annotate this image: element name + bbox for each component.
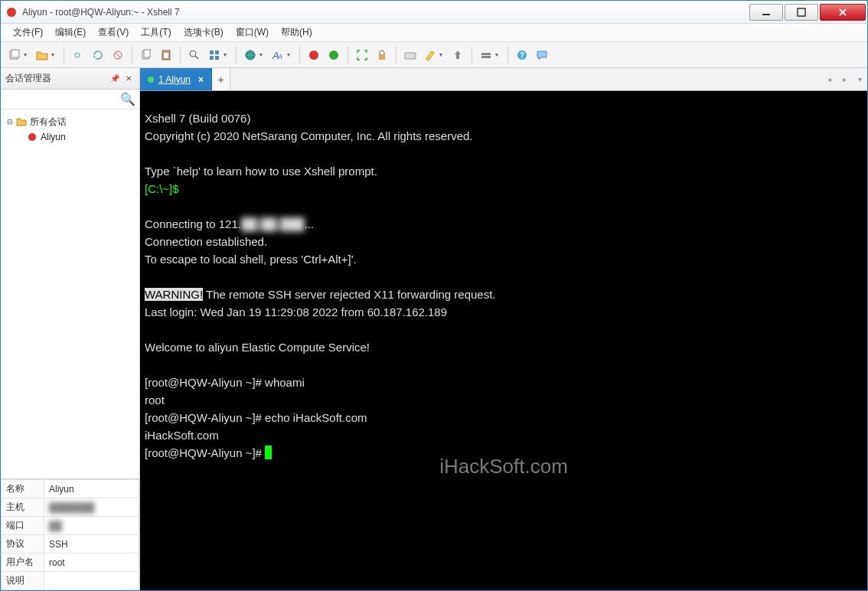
tab-next-icon[interactable]: ▸ <box>837 68 852 90</box>
term-line: iHackSoft.com <box>145 429 219 442</box>
svg-text:?: ? <box>520 51 524 60</box>
svg-point-10 <box>190 51 196 57</box>
session-search[interactable]: 🔍 <box>1 90 139 109</box>
menu-view[interactable]: 查看(V) <box>92 24 135 41</box>
term-line: Connection established. <box>145 235 267 248</box>
svg-rect-14 <box>215 56 219 60</box>
session-manager-header: 会话管理器 📌 ✕ <box>1 68 139 90</box>
prop-protocol-label: 协议 <box>2 535 44 553</box>
term-line: Xshell 7 (Build 0076) <box>145 112 250 125</box>
lock-icon[interactable] <box>373 46 391 64</box>
term-line: root <box>145 393 165 407</box>
open-folder-icon[interactable] <box>33 46 51 64</box>
session-search-input[interactable] <box>5 92 120 107</box>
toolbar: ▾ ▾ ▾ ▾ AA ▾ ▾ ▾ ? <box>1 42 867 68</box>
svg-rect-2 <box>798 8 805 16</box>
font-icon[interactable]: AA <box>269 46 287 64</box>
fullscreen-icon[interactable] <box>353 46 371 64</box>
dropdown-icon[interactable]: ▾ <box>495 51 501 58</box>
minimize-button[interactable] <box>749 4 783 21</box>
menu-edit[interactable]: 编辑(E) <box>49 24 92 41</box>
svg-rect-22 <box>405 53 416 59</box>
term-line: [root@HQW-Aliyun ~]# whoami <box>145 376 305 389</box>
prop-host-value: ███████ <box>44 498 139 517</box>
prop-name-label: 名称 <box>2 480 44 498</box>
tree-root-label: 所有会话 <box>30 116 67 129</box>
help-icon[interactable]: ? <box>513 46 531 64</box>
close-icon[interactable]: ✕ <box>122 73 135 85</box>
svg-rect-1 <box>762 14 770 15</box>
prop-user-value: root <box>44 553 139 572</box>
pin-icon[interactable]: 📌 <box>109 73 121 85</box>
paste-icon[interactable] <box>157 46 175 64</box>
svg-rect-4 <box>11 50 19 57</box>
xagent-icon[interactable] <box>305 46 323 64</box>
add-tab-button[interactable]: + <box>212 68 230 90</box>
tree-root[interactable]: ⊟ 所有会话 <box>4 114 136 129</box>
svg-rect-21 <box>379 54 385 60</box>
menu-window[interactable]: 窗口(W) <box>230 24 275 41</box>
dropdown-icon[interactable]: ▾ <box>224 51 230 58</box>
tab-menu-icon[interactable]: ▾ <box>852 68 867 90</box>
dropdown-icon[interactable]: ▾ <box>51 51 57 58</box>
menubar: 文件(F) 编辑(E) 查看(V) 工具(T) 选项卡(B) 窗口(W) 帮助(… <box>1 24 867 42</box>
term-line: [root@HQW-Aliyun ~]# <box>145 446 272 459</box>
menu-file[interactable]: 文件(F) <box>7 24 49 41</box>
prop-protocol-value: SSH <box>44 535 139 553</box>
svg-text:A: A <box>277 53 282 60</box>
term-prompt: [C:\~]$ <box>145 182 179 195</box>
prop-desc-value <box>44 572 139 590</box>
globe-icon[interactable] <box>241 46 259 64</box>
term-line: Welcome to aliyun Elastic Compute Servic… <box>145 341 370 354</box>
xftp-icon[interactable] <box>325 46 343 64</box>
svg-rect-12 <box>215 51 219 54</box>
tab-prev-icon[interactable]: ◂ <box>821 68 837 90</box>
svg-point-27 <box>28 133 36 141</box>
tab-aliyun[interactable]: 1 Aliyun × <box>140 68 212 90</box>
tab-close-icon[interactable]: × <box>198 74 204 85</box>
watermark: iHackSoft.com <box>439 459 568 475</box>
session-tree[interactable]: ⊟ 所有会话 Aliyun <box>1 109 139 478</box>
term-line: Type `help' to learn how to use Xshell p… <box>145 165 377 178</box>
prop-port-value: ██ <box>44 517 139 535</box>
svg-point-15 <box>246 51 255 60</box>
dropdown-icon[interactable]: ▾ <box>439 51 445 58</box>
search-icon[interactable]: 🔍 <box>120 92 135 106</box>
tree-item-label: Aliyun <box>41 132 66 142</box>
app-icon <box>5 6 18 18</box>
svg-rect-7 <box>144 50 150 57</box>
svg-point-20 <box>329 51 338 60</box>
upload-icon[interactable] <box>449 46 467 64</box>
settings-icon[interactable] <box>477 46 495 64</box>
titlebar: Aliyun - root@HQW-Aliyun:~ - Xshell 7 <box>1 1 867 24</box>
session-manager-title: 会话管理器 <box>5 72 107 85</box>
maximize-button[interactable] <box>785 4 818 21</box>
link-icon[interactable] <box>69 46 87 64</box>
tree-item-aliyun[interactable]: Aliyun <box>4 129 136 145</box>
new-session-icon[interactable] <box>5 46 24 64</box>
chat-icon[interactable] <box>533 46 551 64</box>
close-button[interactable] <box>820 4 866 21</box>
reconnect-icon[interactable] <box>89 46 107 64</box>
terminal[interactable]: Xshell 7 (Build 0076) Copyright (c) 2020… <box>140 91 867 590</box>
keyboard-icon[interactable] <box>401 46 419 64</box>
prop-desc-label: 说明 <box>2 572 44 590</box>
term-line: WARNING! The remote SSH server rejected … <box>145 288 496 301</box>
menu-help[interactable]: 帮助(H) <box>275 24 318 41</box>
dropdown-icon[interactable]: ▾ <box>287 51 293 58</box>
folder-icon <box>16 116 27 127</box>
search-icon[interactable] <box>185 46 204 64</box>
dropdown-icon[interactable]: ▾ <box>259 51 266 58</box>
cursor-icon <box>265 446 272 459</box>
menu-tools[interactable]: 工具(T) <box>135 24 177 41</box>
copy-icon[interactable] <box>137 46 155 64</box>
grid-icon[interactable] <box>205 46 224 64</box>
session-manager-panel: 会话管理器 📌 ✕ 🔍 ⊟ 所有会话 Aliyun 名称Aliyun 主机███… <box>1 68 140 590</box>
dropdown-icon[interactable]: ▾ <box>24 51 30 58</box>
term-line: Copyright (c) 2020 NetSarang Computer, I… <box>145 129 473 142</box>
menu-tabs[interactable]: 选项卡(B) <box>178 24 230 41</box>
svg-rect-11 <box>210 51 214 54</box>
expander-icon[interactable]: ⊟ <box>7 118 16 126</box>
disconnect-icon[interactable] <box>109 46 127 64</box>
highlight-icon[interactable] <box>421 46 439 64</box>
